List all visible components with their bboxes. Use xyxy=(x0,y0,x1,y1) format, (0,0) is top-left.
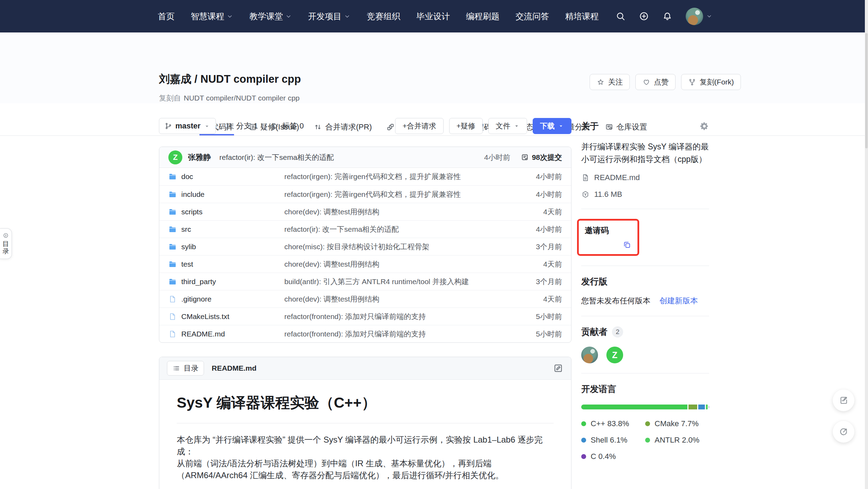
file-name-cell[interactable]: README.md xyxy=(168,330,284,338)
language-segment xyxy=(688,405,698,409)
chevron-down-icon xyxy=(706,13,713,20)
file-commit-message[interactable]: refactor(irgen): 完善irgen代码和文档，提升扩展兼容性 xyxy=(284,190,529,199)
table-row[interactable]: .gitignorechore(dev): 调整test用例结构4天前 xyxy=(159,290,571,308)
file-name-cell[interactable]: src xyxy=(168,225,284,234)
file-name-cell[interactable]: sylib xyxy=(168,243,284,251)
watch-button[interactable]: 关注 xyxy=(590,74,630,90)
fork-button[interactable]: 复刻(Fork) xyxy=(681,74,741,90)
commit-author[interactable]: 张雅静 xyxy=(188,152,211,163)
file-name-cell[interactable]: include xyxy=(168,190,284,199)
file-name[interactable]: .gitignore xyxy=(181,295,211,303)
commit-message[interactable]: refactor(ir): 改一下sema相关的适配 xyxy=(219,153,334,162)
new-merge-request-button[interactable]: +合并请求 xyxy=(395,118,443,134)
chevron-down-icon xyxy=(204,123,210,129)
file-name-cell[interactable]: test xyxy=(168,260,284,268)
branch-selector[interactable]: master xyxy=(159,118,216,134)
create-release-link[interactable]: 创建新版本 xyxy=(659,296,698,306)
file-commit-message[interactable]: chore(misc): 按目录结构设计初始化工程骨架 xyxy=(284,242,529,252)
share-fab-button[interactable] xyxy=(833,421,854,443)
file-commit-message[interactable]: refactor(irgen): 完善irgen代码和文档，提升扩展兼容性 xyxy=(284,172,529,181)
gear-icon[interactable] xyxy=(700,121,709,131)
nav-item-7[interactable]: 编程刷题 xyxy=(466,11,499,22)
file-commit-time: 4小时前 xyxy=(536,190,562,199)
table-row[interactable]: includerefactor(irgen): 完善irgen代码和文档，提升扩… xyxy=(159,185,571,203)
file-name-cell[interactable]: CMakeLists.txt xyxy=(168,312,284,321)
download-button[interactable]: 下载 xyxy=(533,118,571,134)
caret-down-icon xyxy=(558,123,564,129)
branches-count[interactable]: 分支 1 xyxy=(225,121,258,131)
copy-icon[interactable] xyxy=(622,240,632,250)
nav-item-label: 竞赛组织 xyxy=(367,11,400,22)
nav-item-5[interactable]: 竞赛组织 xyxy=(367,11,400,22)
language-label: C 0.4% xyxy=(591,452,616,461)
file-commit-message[interactable]: chore(dev): 调整test用例结构 xyxy=(284,207,536,217)
file-name[interactable]: sylib xyxy=(181,243,196,251)
file-commit-time: 5小时前 xyxy=(536,329,562,339)
table-row[interactable]: third_partybuild(antlr): 引入第三方 ANTLR4 ru… xyxy=(159,273,571,290)
side-toc-tab[interactable]: 目录 xyxy=(0,228,12,259)
file-commit-message[interactable]: chore(dev): 调整test用例结构 xyxy=(284,259,536,269)
commits-count[interactable]: 98次提交 xyxy=(521,153,562,162)
contributor-avatar-1[interactable] xyxy=(581,347,598,363)
table-row[interactable]: testchore(dev): 调整test用例结构4天前 xyxy=(159,255,571,273)
file-name-cell[interactable]: doc xyxy=(168,172,284,181)
nav-item-4[interactable]: 开发项目 xyxy=(308,11,351,22)
language-legend-item: Shell 6.1% xyxy=(581,436,645,445)
scrollbar-thumb[interactable] xyxy=(865,33,868,148)
folder-icon xyxy=(168,172,177,181)
file-name-cell[interactable]: third_party xyxy=(168,277,284,286)
language-label: ANTLR 2.0% xyxy=(655,436,699,445)
file-commit-message[interactable]: refactor(frontend): 添加对只编译前端的支持 xyxy=(284,312,529,321)
file-name[interactable]: include xyxy=(181,190,205,199)
file-commit-message[interactable]: refactor(frontend): 添加对只编译前端的支持 xyxy=(284,329,529,339)
nav-item-1[interactable]: 首页 xyxy=(158,11,175,22)
file-name[interactable]: doc xyxy=(181,172,193,181)
commit-author-avatar[interactable]: Z xyxy=(168,150,182,164)
nav-item-3[interactable]: 教学课堂 xyxy=(249,11,292,22)
plus-circle-icon[interactable] xyxy=(639,11,649,21)
language-dot xyxy=(581,421,586,426)
nav-item-8[interactable]: 交流问答 xyxy=(516,11,549,22)
feedback-fab-button[interactable] xyxy=(833,390,854,411)
table-row[interactable]: sylibchore(misc): 按目录结构设计初始化工程骨架3个月前 xyxy=(159,238,571,255)
file-menu-button[interactable]: 文件 xyxy=(488,118,527,134)
scrollbar-track[interactable] xyxy=(865,0,868,489)
history-icon xyxy=(521,153,529,161)
avatar[interactable] xyxy=(686,8,703,25)
search-icon[interactable] xyxy=(615,11,626,21)
file-name[interactable]: src xyxy=(181,225,191,234)
about-title: 关于 xyxy=(581,120,599,132)
edit-icon[interactable] xyxy=(553,363,563,373)
table-row[interactable]: CMakeLists.txtrefactor(frontend): 添加对只编译… xyxy=(159,308,571,325)
file-name[interactable]: scripts xyxy=(181,208,203,216)
user-menu[interactable] xyxy=(686,8,713,25)
file-commit-message[interactable]: build(antlr): 引入第三方 ANTLR4 runtime/tool … xyxy=(284,277,529,287)
file-name[interactable]: third_party xyxy=(181,277,216,286)
tags-count[interactable]: 标签 0 xyxy=(271,121,304,131)
file-name-cell[interactable]: scripts xyxy=(168,208,284,216)
repo-sidebar: 关于 并行编译课程实验 SysY 编译器的最小可运行示例和指导文档（cpp版） … xyxy=(581,120,709,461)
bell-icon[interactable] xyxy=(662,11,672,21)
file-name[interactable]: README.md xyxy=(181,330,225,338)
contributor-avatar-2[interactable]: Z xyxy=(606,347,623,363)
language-legend-item: C 0.4% xyxy=(581,452,645,461)
table-row[interactable]: srcrefactor(ir): 改一下sema相关的适配4小时前 xyxy=(159,220,571,238)
toc-button[interactable]: 目录 xyxy=(167,361,204,376)
divider xyxy=(581,266,709,266)
nav-item-9[interactable]: 精培课程 xyxy=(565,11,599,22)
table-row[interactable]: scriptschore(dev): 调整test用例结构4天前 xyxy=(159,203,571,220)
nav-item-2[interactable]: 智慧课程 xyxy=(191,11,233,22)
table-row[interactable]: README.mdrefactor(frontend): 添加对只编译前端的支持… xyxy=(159,325,571,342)
new-issue-button[interactable]: +疑修 xyxy=(449,118,483,134)
file-name[interactable]: CMakeLists.txt xyxy=(181,312,229,321)
file-commit-message[interactable]: chore(dev): 调整test用例结构 xyxy=(284,294,536,304)
file-commit-message[interactable]: refactor(ir): 改一下sema相关的适配 xyxy=(284,224,529,234)
table-row[interactable]: docrefactor(irgen): 完善irgen代码和文档，提升扩展兼容性… xyxy=(159,168,571,185)
file-name[interactable]: test xyxy=(181,260,193,268)
nav-item-6[interactable]: 毕业设计 xyxy=(416,11,450,22)
nav-item-label: 教学课堂 xyxy=(249,11,283,22)
readme-link[interactable]: README.md xyxy=(581,173,709,182)
like-button[interactable]: 点赞 xyxy=(635,74,676,90)
file-name-cell[interactable]: .gitignore xyxy=(168,295,284,303)
forked-from-link[interactable]: NUDT compiler/NUDT compiler cpp xyxy=(184,94,300,102)
